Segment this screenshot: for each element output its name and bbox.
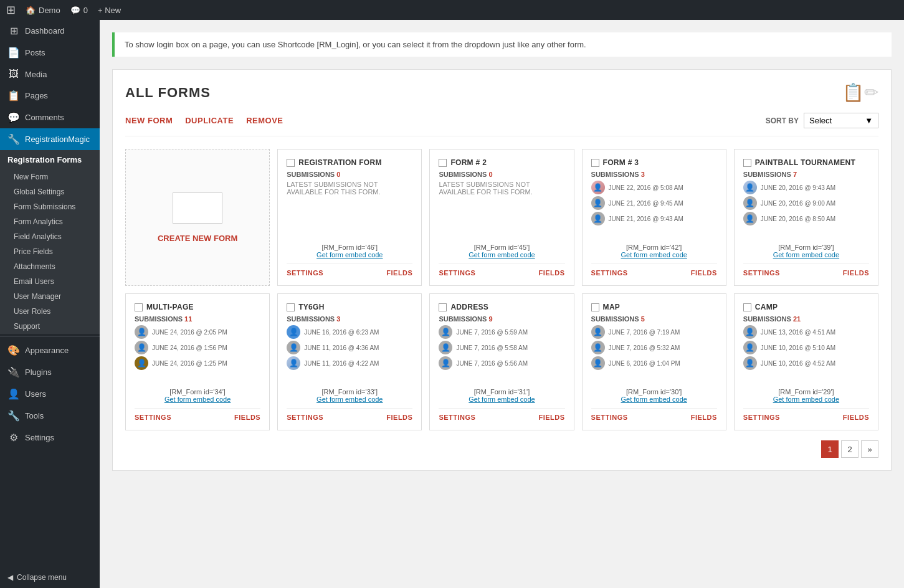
form-card-header: ADDRESS	[439, 303, 564, 311]
remove-button[interactable]: REMOVE	[246, 116, 283, 125]
table-row: 👤 JUNE 21, 2016 @ 9:45 AM	[591, 196, 717, 210]
sidebar-item-posts[interactable]: 📄 Posts	[0, 42, 100, 64]
wp-logo-icon[interactable]: ⊞	[6, 3, 16, 17]
form-checkbox[interactable]	[743, 159, 751, 167]
sidebar-item-registrationmagic[interactable]: 🔧 RegistrationMagic	[0, 128, 100, 150]
submissions-label: SUBMISSIONS 7	[743, 171, 869, 178]
no-submissions-text: LATEST SUBMISSIONS NOT AVAILABLE FOR THI…	[287, 181, 412, 196]
form-checkbox[interactable]	[591, 303, 599, 311]
sidebar-item-user-roles[interactable]: User Roles	[0, 304, 100, 319]
form-card-header: TY6GH	[287, 303, 412, 311]
settings-button[interactable]: SETTINGS	[439, 269, 475, 277]
fields-button[interactable]: FIELDS	[538, 269, 564, 277]
form-embed-link[interactable]: Get form embed code	[439, 396, 564, 403]
form-checkbox[interactable]	[135, 303, 143, 311]
form-checkbox[interactable]	[743, 303, 751, 311]
form-embed-link[interactable]: Get form embed code	[439, 251, 564, 258]
form-card-header: REGISTRATION FORM	[287, 158, 412, 167]
sidebar-item-plugins[interactable]: 🔌 Plugins	[0, 361, 100, 383]
table-row: 👤 JUNE 24, 2016 @ 2:05 PM	[135, 325, 260, 339]
posts-icon: 📄	[7, 47, 20, 59]
submission-list: 👤 JUNE 22, 2016 @ 5:08 AM 👤 JUNE 21, 201…	[591, 181, 717, 227]
create-form-preview	[173, 192, 222, 224]
fields-button[interactable]: FIELDS	[234, 414, 260, 421]
settings-button[interactable]: SETTINGS	[591, 414, 628, 421]
settings-button[interactable]: SETTINGS	[135, 414, 171, 421]
form-embed-link[interactable]: Get form embed code	[287, 396, 412, 403]
submissions-label: SUBMISSIONS 21	[743, 315, 869, 323]
fields-button[interactable]: FIELDS	[386, 414, 412, 421]
sidebar-item-user-manager[interactable]: User Manager	[0, 289, 100, 304]
sidebar-item-global-settings[interactable]: Global Settings	[0, 184, 100, 199]
avatar: 👤	[135, 341, 148, 354]
form-embed-link[interactable]: Get form embed code	[743, 396, 869, 403]
submission-list: 👤 JUNE 24, 2016 @ 2:05 PM 👤 JUNE 24, 201…	[135, 325, 260, 372]
sidebar-item-dashboard[interactable]: ⊞ Dashboard	[0, 20, 100, 42]
form-checkbox[interactable]	[591, 159, 599, 167]
create-form-label[interactable]: CREATE NEW FORM	[158, 234, 237, 243]
page-2-button[interactable]: 2	[841, 440, 859, 458]
duplicate-button[interactable]: DUPLICATE	[185, 116, 234, 125]
sidebar-submenu-header[interactable]: Registration Forms	[0, 150, 100, 169]
admin-bar-site[interactable]: 🏠 Demo	[26, 6, 60, 15]
form-embed-link[interactable]: Get form embed code	[591, 251, 717, 258]
collapse-menu-button[interactable]: ◀ Collapse menu	[0, 567, 100, 588]
fields-button[interactable]: FIELDS	[691, 269, 717, 277]
sidebar-item-new-form[interactable]: New Form	[0, 169, 100, 184]
settings-button[interactable]: SETTINGS	[439, 414, 475, 421]
submission-list: 👤 JUNE 13, 2016 @ 4:51 AM 👤 JUNE 10, 201…	[743, 325, 869, 372]
form-checkbox[interactable]	[287, 159, 295, 167]
table-row: 👤 JUNE 7, 2016 @ 7:19 AM	[591, 325, 717, 339]
settings-button[interactable]: SETTINGS	[743, 269, 780, 277]
form-checkbox[interactable]	[287, 303, 295, 311]
form-embed-link[interactable]: Get form embed code	[743, 251, 869, 258]
forms-grid-row2: MULTI-PAGE SUBMISSIONS 11 👤 JUNE 24, 201…	[125, 293, 878, 430]
form-shortcode: [RM_Form id='39']	[743, 239, 869, 251]
fields-button[interactable]: FIELDS	[386, 269, 412, 277]
sidebar-item-comments[interactable]: 💬 Comments	[0, 107, 100, 128]
fields-button[interactable]: FIELDS	[691, 414, 717, 421]
form-card-footer: SETTINGS FIELDS	[591, 263, 717, 277]
create-form-card[interactable]: CREATE NEW FORM	[125, 149, 270, 286]
submission-list: 👤 JUNE 7, 2016 @ 5:59 AM 👤 JUNE 7, 2016 …	[439, 325, 564, 372]
settings-button[interactable]: SETTINGS	[743, 414, 780, 421]
new-form-button[interactable]: NEW FORM	[125, 116, 173, 125]
sidebar-item-media[interactable]: 🖼 Media	[0, 64, 100, 85]
form-checkbox[interactable]	[439, 303, 447, 311]
settings-button[interactable]: SETTINGS	[287, 269, 323, 277]
avatar: 👤	[287, 356, 300, 370]
fields-button[interactable]: FIELDS	[843, 414, 869, 421]
content-area: To show login box on a page, you can use…	[100, 20, 904, 588]
settings-button[interactable]: SETTINGS	[591, 269, 628, 277]
submission-list: 👤 JUNE 20, 2016 @ 9:43 AM 👤 JUNE 20, 201…	[743, 181, 869, 227]
admin-bar-new[interactable]: + New	[98, 6, 121, 15]
sidebar-item-appearance[interactable]: 🎨 Appearance	[0, 339, 100, 361]
form-embed-link[interactable]: Get form embed code	[135, 396, 260, 403]
avatar: 👤	[439, 325, 452, 339]
page-1-button[interactable]: 1	[821, 440, 839, 458]
media-icon: 🖼	[7, 69, 20, 80]
sidebar-item-support[interactable]: Support	[0, 319, 100, 334]
sort-select-dropdown[interactable]: Select ▼	[804, 113, 878, 128]
sidebar-item-pages[interactable]: 📋 Pages	[0, 85, 100, 107]
sidebar-item-attachments[interactable]: Attachments	[0, 259, 100, 274]
form-embed-link[interactable]: Get form embed code	[591, 396, 717, 403]
admin-bar-comments[interactable]: 💬 0	[70, 6, 88, 15]
form-checkbox[interactable]	[439, 159, 447, 167]
sidebar-item-tools[interactable]: 🔧 Tools	[0, 405, 100, 427]
sidebar-item-users[interactable]: 👤 Users	[0, 383, 100, 405]
form-card-footer: SETTINGS FIELDS	[287, 408, 412, 421]
page-next-button[interactable]: »	[861, 440, 878, 458]
sidebar-item-settings[interactable]: ⚙ Settings	[0, 427, 100, 448]
sidebar-item-price-fields[interactable]: Price Fields	[0, 244, 100, 259]
form-embed-link[interactable]: Get form embed code	[287, 251, 412, 258]
sidebar-item-form-submissions[interactable]: Form Submissions	[0, 199, 100, 214]
sidebar-item-email-users[interactable]: Email Users	[0, 274, 100, 289]
sidebar-item-field-analytics[interactable]: Field Analytics	[0, 229, 100, 244]
settings-button[interactable]: SETTINGS	[287, 414, 323, 421]
form-card-multipage: MULTI-PAGE SUBMISSIONS 11 👤 JUNE 24, 201…	[125, 293, 270, 430]
form-card-ty6gh: TY6GH SUBMISSIONS 3 👤 JUNE 16, 2016 @ 6:…	[277, 293, 422, 430]
fields-button[interactable]: FIELDS	[538, 414, 564, 421]
fields-button[interactable]: FIELDS	[843, 269, 869, 277]
sidebar-item-form-analytics[interactable]: Form Analytics	[0, 214, 100, 229]
